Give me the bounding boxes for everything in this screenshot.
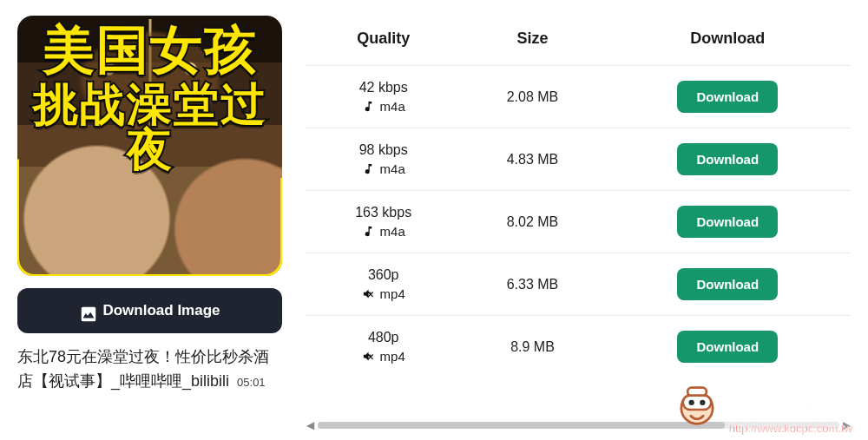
horizontal-scrollbar[interactable]: ◀ ▶ [306,419,851,431]
quality-value: 42 kbps [315,80,451,95]
scroll-left-arrow[interactable]: ◀ [306,419,314,431]
download-button[interactable]: Download [677,331,778,363]
col-quality: Quality [306,16,460,66]
download-cell: Download [605,191,851,253]
table-row: 360pmp46.33 MBDownload [306,253,851,316]
size-cell: 2.08 MB [460,66,604,128]
download-button[interactable]: Download [677,81,778,113]
quality-cell: 360pmp4 [306,253,460,316]
download-cell: Download [605,316,851,378]
table-row: 42 kbpsm4a2.08 MBDownload [306,66,851,128]
download-cell: Download [605,253,851,316]
size-cell: 8.02 MB [460,191,604,253]
download-cell: Download [605,128,851,191]
format-value: mp4 [380,349,405,364]
format-value: m4a [380,99,405,114]
quality-value: 480p [315,330,451,345]
music-note-icon [362,100,375,113]
size-cell: 4.83 MB [460,128,604,191]
table-row: 163 kbpsm4a8.02 MBDownload [306,191,851,253]
col-download: Download [605,16,851,66]
format-value: m4a [380,161,405,176]
image-icon [79,305,92,318]
download-button[interactable]: Download [677,268,778,300]
quality-cell: 480pmp4 [306,316,460,378]
table-row: 98 kbpsm4a4.83 MBDownload [306,128,851,191]
download-image-button[interactable]: Download Image [17,288,282,333]
size-cell: 6.33 MB [460,253,604,316]
video-thumbnail: 美国女孩 挑战澡堂过夜 [17,16,282,276]
formats-table: Quality Size Download 42 kbpsm4a2.08 MBD… [306,16,851,412]
download-image-label: Download Image [102,302,220,319]
quality-value: 360p [315,267,451,283]
music-note-icon [362,225,375,238]
format-value: m4a [380,224,405,239]
download-cell: Download [605,66,851,128]
scroll-track[interactable] [318,422,839,429]
music-note-icon [362,162,375,175]
video-title: 东北78元在澡堂过夜！性价比秒杀酒店【视试事】_哔哩哔哩_bilibili 05… [17,345,282,394]
col-size: Size [460,16,604,66]
size-cell: 8.9 MB [460,316,604,378]
format-value: mp4 [380,286,405,301]
quality-value: 163 kbps [315,205,451,220]
quality-cell: 42 kbpsm4a [306,66,460,128]
scroll-right-arrow[interactable]: ▶ [843,419,851,431]
muted-speaker-icon [362,287,375,300]
video-duration: 05:01 [237,376,266,389]
download-button[interactable]: Download [677,206,778,238]
muted-speaker-icon [362,350,375,363]
quality-cell: 163 kbpsm4a [306,191,460,253]
download-button[interactable]: Download [677,143,778,175]
table-row: 480pmp48.9 MBDownload [306,316,851,378]
quality-value: 98 kbps [315,142,451,158]
quality-cell: 98 kbpsm4a [306,128,460,191]
scroll-thumb[interactable] [318,422,725,429]
